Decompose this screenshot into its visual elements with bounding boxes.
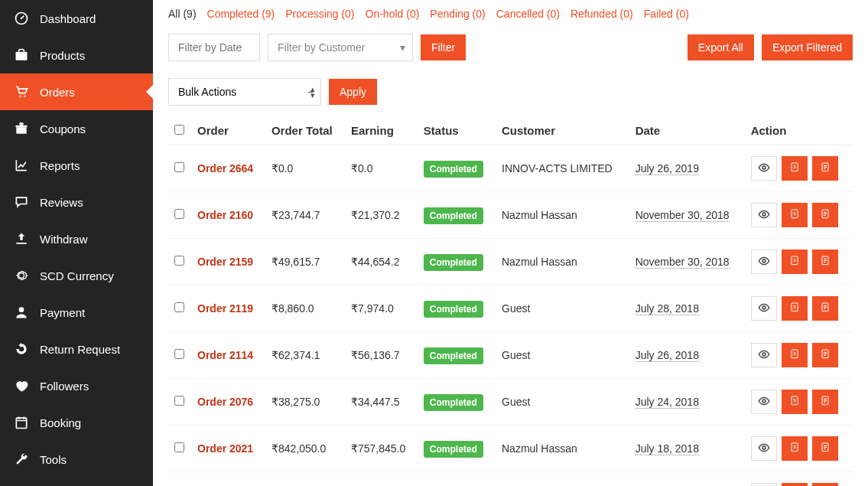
order-date: July 24, 2018 bbox=[636, 396, 699, 409]
filter-date-input[interactable] bbox=[168, 34, 260, 61]
status-filter-refunded[interactable]: Refunded (0) bbox=[571, 8, 633, 20]
invoice-button[interactable]: $ bbox=[782, 483, 808, 486]
sidebar: DashboardProductsOrdersCouponsReportsRev… bbox=[0, 0, 153, 486]
invoice-button[interactable]: $ bbox=[782, 296, 808, 321]
view-button[interactable] bbox=[751, 156, 777, 181]
sidebar-item-products[interactable]: Products bbox=[0, 37, 153, 73]
sidebar-item-orders[interactable]: Orders bbox=[0, 73, 153, 110]
document-icon bbox=[819, 208, 831, 223]
sidebar-item-return-request[interactable]: Return Request bbox=[0, 331, 153, 367]
order-total: ₹8,860.0 bbox=[265, 285, 345, 332]
user-icon bbox=[14, 305, 29, 320]
export-all-button[interactable]: Export All bbox=[688, 34, 754, 60]
sidebar-item-payment[interactable]: Payment bbox=[0, 294, 153, 331]
row-checkbox[interactable] bbox=[174, 302, 184, 312]
document-icon bbox=[819, 395, 831, 409]
view-button[interactable] bbox=[751, 203, 777, 227]
invoice-button[interactable]: $ bbox=[782, 436, 808, 461]
view-button[interactable] bbox=[751, 250, 777, 274]
calendar-icon bbox=[14, 415, 29, 430]
upload-icon bbox=[14, 231, 29, 246]
filter-row: Filter by Customer Filter Export All Exp… bbox=[168, 34, 853, 61]
sidebar-item-followers[interactable]: Followers bbox=[0, 367, 153, 404]
packing-button[interactable] bbox=[812, 436, 838, 461]
view-button[interactable] bbox=[751, 483, 777, 486]
view-button[interactable] bbox=[751, 436, 777, 461]
svg-rect-2 bbox=[16, 52, 28, 60]
sidebar-item-label: Payment bbox=[40, 306, 85, 319]
sidebar-item-reports[interactable]: Reports bbox=[0, 147, 153, 184]
svg-text:$: $ bbox=[793, 445, 795, 449]
status-filter-failed[interactable]: Failed (0) bbox=[644, 8, 689, 20]
status-filter-all[interactable]: All (9) bbox=[168, 8, 197, 20]
sidebar-item-booking[interactable]: Booking bbox=[0, 404, 153, 441]
svg-point-9 bbox=[762, 166, 766, 169]
dashboard-icon bbox=[14, 11, 29, 26]
eye-icon bbox=[758, 302, 770, 316]
status-filter-completed[interactable]: Completed (9) bbox=[207, 8, 275, 20]
select-all-checkbox[interactable] bbox=[174, 125, 184, 135]
sidebar-item-label: Reports bbox=[40, 159, 80, 172]
eye-icon bbox=[758, 255, 770, 269]
status-badge: Completed bbox=[424, 161, 483, 178]
packing-button[interactable] bbox=[812, 203, 838, 227]
sidebar-item-withdraw[interactable]: Withdraw bbox=[0, 220, 153, 257]
export-filtered-button[interactable]: Export Filtered bbox=[762, 34, 853, 60]
order-link[interactable]: Order 2076 bbox=[197, 396, 253, 408]
row-checkbox[interactable] bbox=[174, 349, 184, 359]
order-total: ₹49,615.7 bbox=[265, 239, 345, 285]
main-content: All (9)Completed (9)Processing (0)On-hol… bbox=[153, 0, 868, 486]
filter-button[interactable]: Filter bbox=[421, 34, 466, 60]
order-link[interactable]: Order 2119 bbox=[197, 302, 253, 315]
orders-table: Order Order Total Earning Status Custome… bbox=[168, 116, 853, 486]
packing-button[interactable] bbox=[812, 483, 838, 486]
invoice-button[interactable]: $ bbox=[782, 343, 808, 367]
sidebar-item-label: Tools bbox=[40, 453, 67, 466]
sidebar-item-coupons[interactable]: Coupons bbox=[0, 110, 153, 147]
invoice-icon: $ bbox=[788, 395, 801, 409]
sidebar-item-dashboard[interactable]: Dashboard bbox=[0, 0, 153, 37]
sidebar-item-scd-currency[interactable]: SCD Currency bbox=[0, 257, 153, 294]
invoice-icon: $ bbox=[788, 161, 801, 176]
row-checkbox[interactable] bbox=[174, 162, 184, 172]
order-total: ₹62,374.1 bbox=[265, 332, 345, 379]
status-filter-cancelled[interactable]: Cancelled (0) bbox=[496, 8, 560, 20]
svg-point-3 bbox=[19, 96, 21, 98]
invoice-icon: $ bbox=[788, 348, 801, 363]
invoice-button[interactable]: $ bbox=[782, 390, 808, 414]
undo-icon bbox=[14, 341, 29, 357]
invoice-button[interactable]: $ bbox=[782, 250, 808, 274]
filter-customer-select[interactable]: Filter by Customer bbox=[268, 34, 413, 61]
status-filter-on-hold[interactable]: On-hold (0) bbox=[366, 8, 420, 20]
invoice-button[interactable]: $ bbox=[782, 203, 808, 227]
wrench-icon bbox=[14, 452, 29, 467]
apply-button[interactable]: Apply bbox=[329, 79, 377, 105]
status-filter-processing[interactable]: Processing (0) bbox=[285, 8, 354, 20]
invoice-button[interactable]: $ bbox=[782, 156, 808, 181]
row-checkbox[interactable] bbox=[174, 209, 184, 219]
invoice-icon: $ bbox=[788, 442, 801, 456]
status-filter-pending[interactable]: Pending (0) bbox=[430, 8, 485, 20]
row-checkbox[interactable] bbox=[174, 396, 184, 406]
order-link[interactable]: Order 2664 bbox=[197, 162, 253, 175]
packing-button[interactable] bbox=[812, 390, 838, 414]
order-link[interactable]: Order 2114 bbox=[197, 349, 253, 361]
order-link[interactable]: Order 2159 bbox=[197, 256, 253, 268]
svg-point-13 bbox=[762, 213, 766, 216]
bulk-actions-select[interactable]: Bulk Actions bbox=[168, 78, 321, 106]
sidebar-item-label: Dashboard bbox=[40, 12, 96, 25]
sidebar-item-reviews[interactable]: Reviews bbox=[0, 184, 153, 220]
row-checkbox[interactable] bbox=[174, 442, 184, 452]
row-checkbox[interactable] bbox=[174, 256, 184, 266]
order-link[interactable]: Order 2021 bbox=[197, 442, 253, 455]
packing-button[interactable] bbox=[812, 250, 838, 274]
view-button[interactable] bbox=[751, 390, 777, 414]
view-button[interactable] bbox=[751, 296, 777, 321]
view-button[interactable] bbox=[751, 343, 777, 367]
packing-button[interactable] bbox=[812, 343, 838, 367]
order-total: ₹38,275.0 bbox=[265, 379, 345, 426]
packing-button[interactable] bbox=[812, 156, 838, 181]
packing-button[interactable] bbox=[812, 296, 838, 321]
sidebar-item-tools[interactable]: Tools bbox=[0, 441, 153, 478]
order-link[interactable]: Order 2160 bbox=[197, 209, 253, 221]
